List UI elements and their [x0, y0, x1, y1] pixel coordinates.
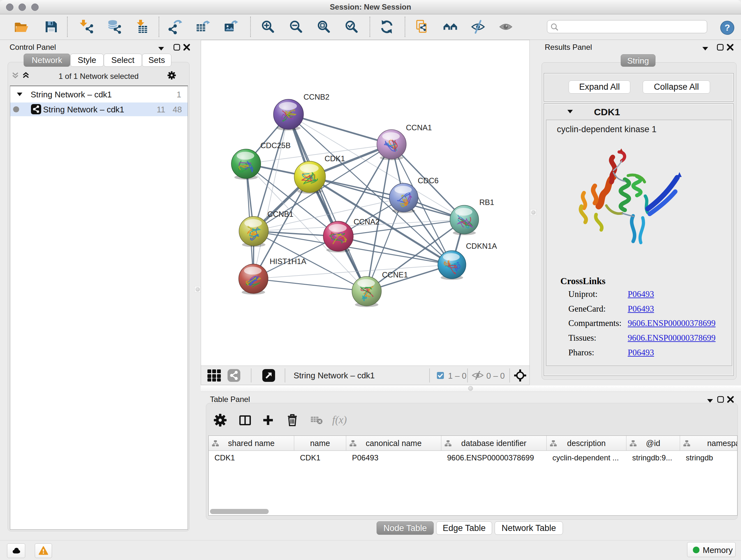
toolbar-separator — [67, 17, 68, 37]
table-cell[interactable]: cyclin-dependent ... — [552, 451, 619, 464]
network-collection-row[interactable]: String Network – cdk1 1 — [10, 86, 188, 103]
column-header[interactable]: namespace — [680, 436, 738, 451]
tree-expander-icon[interactable] — [17, 92, 22, 96]
panel-menu-icon[interactable] — [157, 44, 165, 53]
panel-close-icon[interactable] — [726, 395, 735, 403]
show-all-button[interactable] — [498, 19, 514, 35]
tab-string[interactable]: String — [621, 54, 656, 67]
panel-float-icon[interactable] — [716, 43, 724, 51]
table-cell[interactable]: CDK1 — [214, 451, 235, 464]
selected-checkbox-icon[interactable] — [437, 372, 444, 379]
zoom-out-button[interactable] — [288, 19, 304, 35]
crosslink-link[interactable]: 9606.ENSP00000378699 — [628, 318, 716, 328]
panel-close-icon[interactable] — [726, 43, 734, 51]
node-result-panel: CDK1 cyclin-dependent kinase 1 CrossLink… — [544, 104, 734, 376]
import-network-from-file-button[interactable] — [79, 19, 94, 35]
hide-selected-button[interactable] — [470, 19, 486, 35]
import-table-from-file-button[interactable] — [134, 19, 150, 35]
panel-menu-icon[interactable] — [701, 44, 710, 53]
network-node[interactable] — [450, 205, 479, 235]
export-table-icon — [195, 19, 211, 35]
table-cell[interactable]: CDK1 — [300, 451, 320, 464]
network-node[interactable] — [323, 221, 353, 253]
first-neighbors-button[interactable] — [443, 19, 458, 35]
network-share-icon[interactable] — [227, 369, 240, 382]
tab-sets[interactable]: Sets — [142, 54, 172, 67]
crosslink-link[interactable]: P06493 — [628, 304, 654, 314]
table-cell[interactable]: P06493 — [352, 451, 379, 464]
crosslink-link[interactable]: 9606.ENSP00000378699 — [628, 333, 716, 343]
network-row[interactable]: String Network – cdk1 11 48 — [10, 103, 188, 116]
network-node[interactable] — [239, 216, 268, 247]
column-header-label: description — [547, 439, 626, 448]
clone-network-button[interactable] — [414, 19, 429, 35]
save-session-button[interactable] — [44, 19, 59, 35]
tab-style[interactable]: Style — [70, 54, 104, 67]
table-cell[interactable]: stringdb — [686, 451, 713, 464]
column-header[interactable]: name — [294, 436, 346, 451]
node-label: CDC25B — [260, 141, 291, 150]
column-header[interactable]: @id — [626, 436, 680, 451]
tab-network[interactable]: Network — [23, 54, 70, 67]
open-in-new-window-icon[interactable] — [262, 369, 275, 382]
open-session-button[interactable] — [14, 19, 29, 35]
function-builder-button[interactable]: f(x) — [332, 413, 352, 428]
expand-all-button[interactable]: Expand All — [569, 80, 630, 94]
warnings-button[interactable] — [35, 543, 52, 558]
export-table-button[interactable] — [195, 19, 211, 35]
crosslink-link[interactable]: P06493 — [628, 348, 654, 358]
panel-float-icon[interactable] — [717, 395, 725, 403]
toggle-column-view-button[interactable] — [238, 413, 253, 428]
node-label: CCNA1 — [406, 123, 432, 132]
cloud-services-button[interactable] — [7, 543, 25, 558]
delete-column-button[interactable] — [285, 413, 300, 428]
center-view-icon[interactable] — [514, 369, 527, 382]
node-result-header[interactable]: CDK1 — [544, 104, 733, 120]
new-network-button[interactable] — [168, 19, 183, 35]
tab-edge-table[interactable]: Edge Table — [436, 521, 492, 535]
add-column-button[interactable] — [261, 413, 275, 428]
crosslink-link[interactable]: P06493 — [628, 289, 654, 299]
splitter-dot — [196, 287, 200, 292]
search-input[interactable] — [561, 21, 704, 32]
column-header[interactable]: canonical name — [346, 436, 441, 451]
open-icon — [14, 19, 29, 35]
hidden-count: 0 – 0 — [486, 371, 505, 381]
table-cell[interactable]: stringdb:9... — [632, 451, 672, 464]
network-options-gear-icon[interactable] — [167, 71, 177, 80]
hidden-eye-icon[interactable] — [472, 371, 484, 380]
table-cell[interactable]: 9606.ENSP00000378699 — [447, 451, 534, 464]
network-node[interactable] — [239, 264, 268, 295]
horizontal-splitter[interactable] — [201, 385, 741, 392]
zoom-fit-content-button[interactable] — [316, 19, 332, 35]
collapse-all-button[interactable]: Collapse All — [643, 80, 710, 94]
help-button[interactable]: ? — [720, 20, 733, 34]
left-splitter-handle[interactable] — [194, 286, 201, 293]
memory-button[interactable]: Memory — [687, 542, 736, 557]
export-image-button[interactable] — [223, 19, 239, 35]
zoom-in-button[interactable] — [260, 19, 276, 35]
delete-table-button[interactable] — [309, 413, 324, 428]
network-node[interactable] — [352, 276, 381, 307]
panel-float-icon[interactable] — [173, 43, 181, 51]
column-header[interactable]: description — [547, 436, 626, 451]
network-canvas[interactable]: CCNB2CCNA1CDC25BCDK1CDC6RB1CCNB1CCNA2CDK… — [201, 40, 529, 366]
column-header[interactable]: database identifier — [441, 436, 547, 451]
network-node[interactable] — [438, 251, 466, 280]
node-result-content: cyclin-dependent kinase 1 CrossLinks Uni… — [546, 120, 732, 366]
collection-count: 1 — [177, 90, 181, 100]
birdseye-view-icon[interactable] — [207, 369, 221, 381]
panel-close-icon[interactable] — [183, 43, 191, 51]
tab-network-table[interactable]: Network Table — [495, 521, 563, 535]
tab-select[interactable]: Select — [104, 54, 142, 67]
crosslink-label: Compartments: — [568, 318, 621, 328]
zoom-selected-button[interactable] — [344, 19, 359, 35]
network-view-toolbar: String Network – cdk1 1 – 0 0 – 0 — [201, 366, 529, 385]
import-network-from-database-button[interactable] — [107, 19, 122, 35]
table-horizontal-scrollbar[interactable] — [210, 509, 269, 514]
column-header[interactable]: shared name — [209, 436, 294, 451]
tab-node-table[interactable]: Node Table — [377, 521, 434, 535]
apply-preferred-layout-button[interactable] — [379, 19, 394, 35]
table-options-button[interactable] — [213, 413, 227, 428]
network-node[interactable] — [389, 183, 418, 213]
